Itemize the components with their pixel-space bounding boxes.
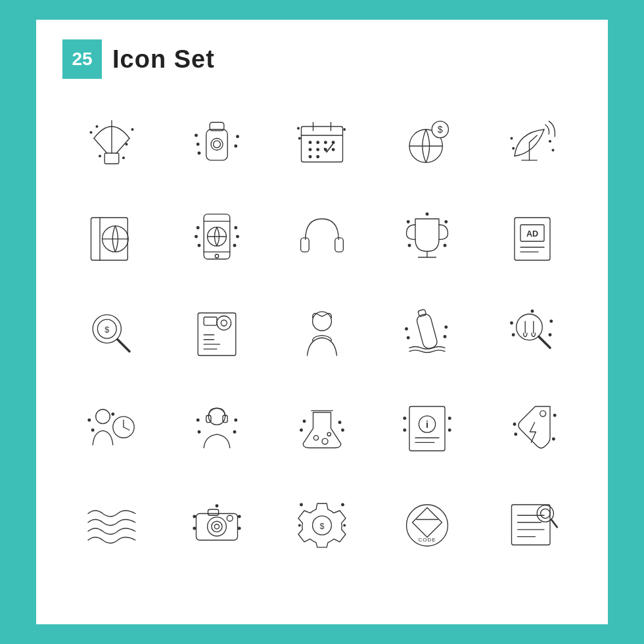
svg-point-110	[91, 429, 94, 432]
svg-point-142	[208, 517, 227, 536]
svg-point-124	[342, 429, 344, 432]
headphones-icon	[273, 194, 371, 279]
svg-point-83	[221, 320, 227, 326]
svg-point-71	[426, 213, 428, 216]
page-title: Icon Set	[112, 45, 215, 74]
svg-point-135	[448, 429, 451, 432]
info-document-icon: i	[378, 384, 476, 470]
svg-rect-88	[204, 317, 217, 326]
main-card: 25 Icon Set	[36, 20, 608, 624]
svg-point-60	[237, 235, 239, 238]
water-bottle-2-icon	[378, 289, 476, 375]
svg-point-103	[549, 334, 551, 336]
mobile-globe-icon	[168, 194, 266, 279]
svg-point-133	[448, 417, 451, 420]
svg-rect-90	[416, 313, 438, 350]
svg-point-54	[215, 254, 218, 258]
svg-point-69	[408, 244, 411, 247]
svg-point-123	[300, 429, 303, 432]
svg-line-108	[124, 427, 129, 430]
svg-rect-10	[206, 129, 227, 160]
svg-point-5	[131, 129, 133, 131]
svg-point-31	[309, 156, 311, 158]
svg-point-146	[227, 515, 233, 521]
svg-point-139	[515, 433, 517, 436]
svg-point-13	[196, 143, 199, 146]
svg-point-93	[445, 326, 448, 329]
svg-point-118	[233, 430, 236, 433]
gear-dollar-icon: $	[273, 480, 371, 565]
svg-line-97	[539, 336, 550, 348]
chemistry-icon	[273, 384, 371, 470]
svg-point-45	[513, 147, 515, 149]
svg-text:$: $	[104, 325, 109, 334]
waves-icon	[62, 480, 161, 565]
svg-point-14	[237, 135, 239, 138]
svg-point-140	[553, 438, 555, 440]
svg-text:$: $	[319, 522, 324, 531]
svg-point-59	[195, 235, 198, 238]
svg-point-101	[550, 320, 553, 323]
svg-point-157	[344, 524, 346, 526]
svg-point-155	[342, 503, 344, 506]
water-bottle-icon	[168, 99, 266, 184]
svg-point-18	[214, 141, 221, 148]
svg-text:CODE: CODE	[419, 537, 436, 543]
svg-point-116	[235, 419, 237, 421]
svg-point-151	[216, 505, 218, 507]
svg-point-102	[512, 334, 515, 336]
svg-point-138	[553, 414, 556, 417]
svg-point-70	[444, 244, 446, 247]
diamond-code-icon: CODE	[378, 480, 476, 565]
svg-point-104	[531, 310, 534, 313]
svg-point-4	[90, 131, 92, 133]
svg-point-67	[407, 221, 409, 223]
svg-point-57	[196, 227, 199, 229]
svg-point-126	[338, 421, 341, 424]
svg-point-24	[317, 141, 319, 144]
world-book-icon	[62, 194, 161, 279]
svg-point-154	[300, 503, 303, 506]
svg-point-144	[214, 524, 219, 529]
parachute-delivery-icon	[62, 99, 161, 184]
icons-grid: $	[62, 99, 582, 565]
svg-point-28	[317, 149, 319, 151]
svg-point-136	[540, 411, 546, 417]
support-person-icon	[168, 384, 266, 470]
svg-line-40	[530, 135, 538, 143]
trophy-icon	[378, 194, 476, 279]
svg-point-100	[511, 322, 513, 325]
svg-point-9	[123, 157, 125, 159]
svg-point-35	[298, 137, 300, 139]
svg-line-0	[94, 139, 107, 154]
female-user-icon	[273, 289, 371, 375]
map-search-icon	[483, 480, 582, 565]
svg-point-26	[332, 141, 334, 144]
svg-rect-19	[302, 127, 343, 162]
svg-point-156	[298, 524, 300, 526]
svg-point-122	[327, 432, 331, 436]
svg-point-134	[403, 429, 406, 432]
svg-point-17	[211, 139, 223, 150]
svg-line-2	[116, 139, 129, 154]
svg-point-120	[313, 436, 318, 440]
svg-rect-72	[515, 218, 550, 260]
svg-point-89	[313, 311, 332, 331]
svg-point-150	[238, 527, 241, 530]
svg-point-44	[552, 149, 554, 151]
svg-point-15	[235, 145, 237, 147]
svg-point-92	[405, 328, 408, 331]
svg-point-16	[198, 152, 200, 154]
svg-point-30	[332, 149, 334, 151]
svg-rect-63	[301, 238, 310, 252]
svg-point-27	[309, 149, 311, 151]
svg-point-25	[325, 141, 327, 144]
svg-marker-159	[413, 508, 442, 538]
svg-point-58	[235, 227, 237, 229]
search-money-icon: $	[62, 289, 161, 375]
svg-point-111	[112, 413, 114, 415]
svg-point-61	[198, 244, 200, 247]
svg-point-34	[344, 129, 346, 131]
svg-point-148	[238, 515, 241, 518]
svg-point-109	[88, 419, 91, 421]
